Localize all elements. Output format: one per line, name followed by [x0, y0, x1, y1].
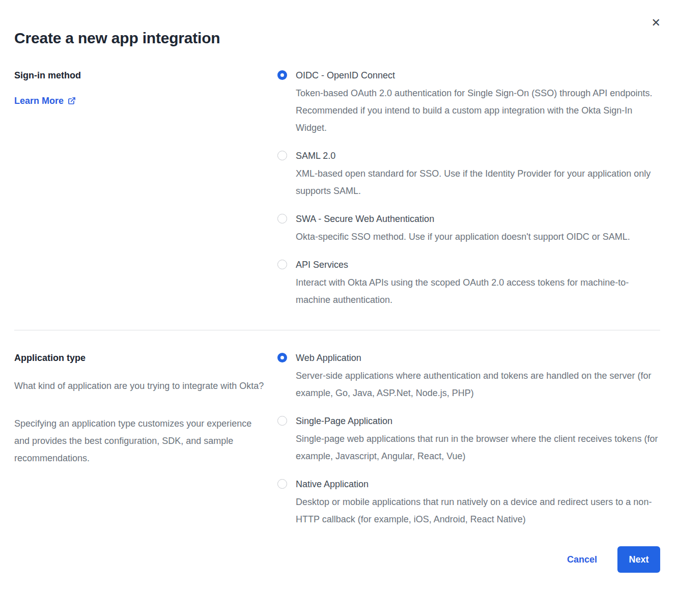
signin-method-section: Sign-in method Learn More OIDC - OpenID … [14, 69, 660, 309]
signin-option-oidc-description: Token-based OAuth 2.0 authentication for… [277, 85, 660, 136]
application-type-heading: Application type [14, 352, 277, 364]
section-divider [14, 330, 660, 330]
external-link-icon [68, 97, 76, 105]
application-type-section: Application type What kind of applicatio… [14, 352, 660, 528]
apptype-option-native-label[interactable]: Native Application [296, 478, 369, 490]
signin-option-swa: SWA - Secure Web Authentication Okta-spe… [277, 213, 660, 245]
radio-oidc[interactable] [277, 70, 287, 80]
create-app-integration-dialog: ✕ Create a new app integration Sign-in m… [0, 0, 678, 616]
signin-option-oidc: OIDC - OpenID Connect Token-based OAuth … [277, 69, 660, 136]
apptype-option-spa-description: Single-page web applications that run in… [277, 430, 660, 465]
page-title: Create a new app integration [14, 30, 660, 47]
cancel-button[interactable]: Cancel [567, 554, 597, 565]
radio-native-application[interactable] [277, 479, 287, 489]
signin-option-oidc-head[interactable]: OIDC - OpenID Connect [277, 69, 660, 81]
apptype-option-web-description: Server-side applications where authentic… [277, 367, 660, 402]
radio-single-page-application[interactable] [277, 416, 287, 426]
application-type-options: Web Application Server-side applications… [277, 352, 660, 528]
application-type-question: What kind of application are you trying … [14, 377, 265, 395]
apptype-option-spa-head[interactable]: Single-Page Application [277, 415, 660, 427]
signin-option-saml-description: XML-based open standard for SSO. Use if … [277, 165, 660, 200]
signin-option-saml-label[interactable]: SAML 2.0 [296, 150, 335, 162]
application-type-note: Specifying an application type customize… [14, 415, 265, 467]
close-icon[interactable]: ✕ [652, 17, 661, 29]
signin-option-swa-label[interactable]: SWA - Secure Web Authentication [296, 213, 434, 225]
learn-more-link[interactable]: Learn More [14, 95, 76, 107]
learn-more-label: Learn More [14, 95, 64, 107]
radio-api-services[interactable] [277, 260, 287, 269]
radio-saml[interactable] [277, 151, 287, 160]
signin-option-swa-description: Okta-specific SSO method. Use if your ap… [277, 228, 660, 245]
signin-method-options: OIDC - OpenID Connect Token-based OAuth … [277, 69, 660, 309]
radio-web-application[interactable] [277, 353, 287, 362]
radio-swa[interactable] [277, 214, 287, 223]
next-button[interactable]: Next [617, 546, 660, 573]
signin-option-oidc-label[interactable]: OIDC - OpenID Connect [296, 69, 395, 81]
signin-option-api-services-description: Interact with Okta APIs using the scoped… [277, 274, 660, 309]
apptype-option-native-description: Desktop or mobile applications that run … [277, 493, 660, 528]
apptype-option-web: Web Application Server-side applications… [277, 352, 660, 402]
apptype-option-spa: Single-Page Application Single-page web … [277, 415, 660, 465]
apptype-option-native: Native Application Desktop or mobile app… [277, 478, 660, 528]
apptype-option-spa-label[interactable]: Single-Page Application [296, 415, 392, 427]
signin-option-api-services-head[interactable]: API Services [277, 259, 660, 271]
apptype-option-web-label[interactable]: Web Application [296, 352, 361, 364]
signin-option-saml-head[interactable]: SAML 2.0 [277, 150, 660, 162]
signin-option-swa-head[interactable]: SWA - Secure Web Authentication [277, 213, 660, 225]
application-type-left-column: Application type What kind of applicatio… [14, 352, 277, 467]
dialog-footer: Cancel Next [14, 546, 660, 573]
signin-option-api-services-label[interactable]: API Services [296, 259, 348, 271]
signin-method-left-column: Sign-in method Learn More [14, 69, 277, 107]
apptype-option-native-head[interactable]: Native Application [277, 478, 660, 490]
signin-method-heading: Sign-in method [14, 69, 277, 81]
signin-option-saml: SAML 2.0 XML-based open standard for SSO… [277, 150, 660, 200]
apptype-option-web-head[interactable]: Web Application [277, 352, 660, 364]
signin-option-api-services: API Services Interact with Okta APIs usi… [277, 259, 660, 309]
